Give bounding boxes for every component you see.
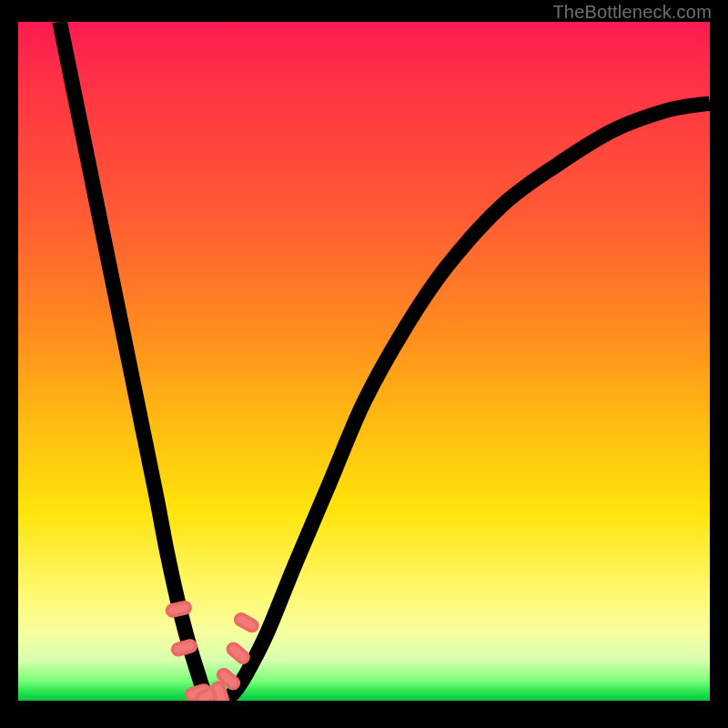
- watermark-label: TheBottleneck.com: [552, 2, 712, 23]
- bottleneck-curve: [60, 22, 710, 701]
- chart-frame: TheBottleneck.com: [0, 0, 728, 728]
- curve-marker: [234, 612, 259, 633]
- curve-svg: [18, 22, 710, 701]
- plot-area: [18, 22, 710, 701]
- curve-marker: [226, 642, 250, 665]
